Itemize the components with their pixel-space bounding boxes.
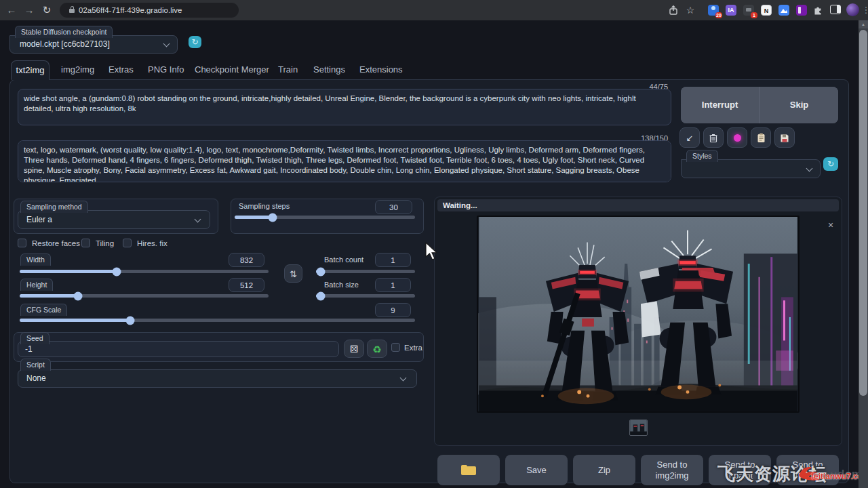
- folder-icon: [461, 465, 476, 475]
- tab-txt2img[interactable]: txt2img: [11, 60, 50, 80]
- bookmark-star-icon[interactable]: ☆: [683, 0, 698, 20]
- seed-label: Seed: [20, 332, 50, 344]
- paste-params-button[interactable]: ↙: [679, 127, 700, 148]
- profile-avatar[interactable]: [846, 3, 859, 16]
- script-dropdown[interactable]: None: [18, 369, 417, 388]
- tab-train[interactable]: Train: [278, 60, 298, 79]
- swap-icon: ⇅: [290, 269, 297, 279]
- onenote-extension-icon[interactable]: [796, 5, 807, 16]
- progress-status: Waiting...: [443, 201, 477, 209]
- save-style-button[interactable]: [774, 127, 795, 148]
- browser-menu-icon[interactable]: ⋮: [859, 0, 868, 20]
- floppy-disk-icon: [780, 134, 789, 143]
- batch-count-value[interactable]: 1: [375, 253, 411, 267]
- width-value[interactable]: 832: [229, 253, 264, 267]
- hires-fix-checkbox[interactable]: [123, 239, 132, 247]
- chevron-down-icon: [400, 375, 407, 382]
- seed-extra-label: Extra: [404, 344, 422, 352]
- styles-refresh-button[interactable]: ↻: [823, 157, 838, 171]
- photos-extension-icon[interactable]: [778, 5, 789, 16]
- tab-extensions[interactable]: Extensions: [359, 60, 403, 79]
- tab-png-info[interactable]: PNG Info: [148, 60, 184, 79]
- tab-extras[interactable]: Extras: [108, 60, 134, 79]
- back-icon[interactable]: ←: [4, 0, 19, 20]
- height-label: Height: [20, 279, 53, 291]
- chevron-down-icon: [806, 165, 813, 172]
- ia-extension-icon[interactable]: IA: [726, 5, 736, 16]
- random-seed-button[interactable]: ⚄: [344, 340, 364, 358]
- batch-size-value[interactable]: 1: [375, 278, 411, 292]
- tiling-option[interactable]: Tiling: [81, 239, 114, 247]
- sampling-steps-label: Sampling steps: [239, 202, 290, 210]
- extra-networks-button[interactable]: [727, 127, 747, 148]
- dice-icon: ⚄: [350, 344, 358, 354]
- restore-faces-label: Restore faces: [32, 239, 80, 247]
- tab-img2img[interactable]: img2img: [61, 60, 94, 79]
- tab-checkpoint-merger[interactable]: Checkpoint Merger: [195, 60, 269, 79]
- checkpoint-refresh-button[interactable]: ↻: [189, 36, 201, 48]
- sampling-method-label: Sampling method: [20, 201, 88, 213]
- sampling-steps-value[interactable]: 30: [375, 200, 412, 214]
- extra-networks-icon: [734, 134, 741, 142]
- width-slider[interactable]: [20, 270, 269, 273]
- seed-extra-option[interactable]: Extra: [391, 343, 422, 352]
- address-bar[interactable]: 02a56ff4-71ff-439e.gradio.live: [60, 3, 239, 18]
- checkpoint-value: model.ckpt [cc6cb27103]: [20, 39, 110, 49]
- reuse-seed-button[interactable]: ♻: [367, 340, 387, 358]
- tab-settings[interactable]: Settings: [313, 60, 345, 79]
- checkpoint-label: Stable Diffusion checkpoint: [15, 26, 113, 38]
- batch-count-label: Batch count: [324, 256, 363, 264]
- sampling-method-value: Euler a: [26, 215, 52, 224]
- url-text: 02a56ff4-71ff-439e.gradio.live: [79, 6, 182, 14]
- clear-prompt-button[interactable]: [703, 127, 724, 148]
- checkpoint-dropdown[interactable]: model.ckpt [cc6cb27103]: [9, 35, 178, 54]
- restore-faces-checkbox[interactable]: [18, 239, 26, 247]
- hires-fix-label: Hires. fix: [137, 239, 167, 247]
- restore-faces-option[interactable]: Restore faces: [18, 239, 80, 247]
- screenshot-extension-icon[interactable]: 1: [743, 5, 754, 16]
- share-icon[interactable]: [668, 5, 679, 16]
- apply-style-button[interactable]: [751, 127, 771, 148]
- cfg-scale-slider[interactable]: [20, 319, 415, 322]
- reload-icon[interactable]: ↻: [39, 0, 54, 20]
- gallery-thumbnail[interactable]: [629, 420, 648, 436]
- batch-count-slider[interactable]: [316, 270, 415, 273]
- sampling-method-dropdown[interactable]: Euler a: [18, 210, 210, 229]
- skip-button[interactable]: Skip: [760, 87, 838, 123]
- prompt-input[interactable]: wide shot angle, a (gundam:0.8) robot st…: [18, 89, 671, 125]
- batch-size-slider[interactable]: [316, 294, 415, 298]
- sidebar-toggle-icon[interactable]: [830, 5, 841, 14]
- send-to-img2img-button[interactable]: Send to img2img: [641, 455, 703, 485]
- height-value[interactable]: 512: [229, 278, 264, 292]
- screenshot-extension-badge: 1: [751, 12, 757, 18]
- close-image-icon[interactable]: ×: [828, 220, 833, 230]
- swap-dimensions-button[interactable]: ⇅: [284, 264, 302, 283]
- batch-size-label: Batch size: [324, 281, 359, 289]
- arrow-sw-icon: ↙: [686, 133, 694, 143]
- seed-extra-checkbox[interactable]: [391, 343, 400, 352]
- save-button[interactable]: Save: [505, 455, 568, 485]
- negative-prompt-input[interactable]: text, logo, watermark, (worst quality, l…: [18, 140, 671, 182]
- cfg-scale-value[interactable]: 9: [375, 303, 411, 317]
- styles-dropdown[interactable]: [681, 159, 821, 178]
- open-folder-button[interactable]: [437, 455, 500, 485]
- script-label: Script: [20, 359, 51, 371]
- scrollbar-up-icon[interactable]: ▲: [859, 20, 868, 28]
- interrupt-button[interactable]: Interrupt: [681, 87, 760, 123]
- screen: ← → ↻ 02a56ff4-71ff-439e.gradio.live ☆ 2…: [0, 0, 868, 488]
- notion-extension-icon[interactable]: N: [761, 5, 772, 16]
- height-slider[interactable]: [20, 294, 269, 298]
- generated-image[interactable]: [477, 216, 800, 413]
- extensions-puzzle-icon[interactable]: [812, 4, 824, 16]
- zip-button[interactable]: Zip: [573, 455, 635, 485]
- forward-icon[interactable]: →: [22, 0, 37, 20]
- seed-input[interactable]: [18, 341, 339, 357]
- scrollbar-thumb[interactable]: [859, 30, 867, 396]
- mouse-cursor: [425, 242, 440, 262]
- pin-extension-icon[interactable]: 20: [708, 5, 719, 16]
- sampling-steps-slider[interactable]: [235, 216, 415, 219]
- recycle-icon: ♻: [372, 344, 381, 355]
- hires-fix-option[interactable]: Hires. fix: [123, 239, 167, 247]
- tiling-checkbox[interactable]: [81, 239, 90, 247]
- clipboard-icon: [757, 133, 766, 143]
